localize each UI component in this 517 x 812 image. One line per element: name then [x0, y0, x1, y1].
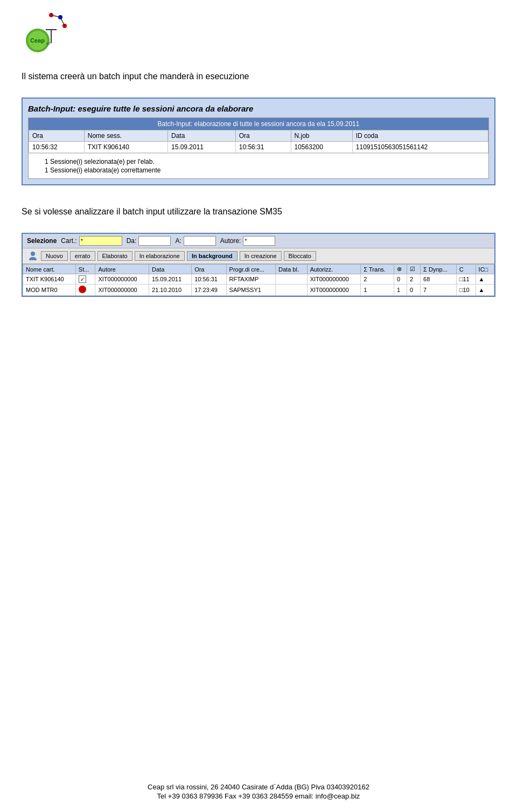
autore-field-group: Autore: — [220, 236, 276, 246]
da-field-group: Da: — [127, 236, 171, 246]
col-ora2: Ora — [235, 130, 291, 142]
th-trans: Σ Trans. — [361, 265, 394, 274]
svg-text:Ceap: Ceap — [30, 37, 45, 44]
svg-text:srl: srl — [46, 41, 51, 45]
status-check-icon: ✓ — [79, 275, 86, 283]
table-row: 10:56:32 TXIT K906140 15.09.2011 10:56:3… — [29, 142, 488, 153]
td-ora-1: 10:56:31 — [192, 274, 226, 284]
td-autorizz-1: XIT000000000 — [307, 274, 361, 284]
intro-text: Il sistema creerà un batch input che man… — [22, 72, 495, 81]
th-progr: Progr.di cre... — [226, 265, 276, 274]
btn-nuovo[interactable]: Nuovo — [41, 251, 68, 261]
td-check-2: 0 — [407, 284, 420, 296]
td-st-2 — [75, 284, 95, 296]
cell-data: 15.09.2011 — [167, 142, 235, 153]
td-datbl-2 — [276, 284, 308, 296]
selezione-label: Selezione — [27, 237, 57, 245]
cell-ora1: 10:56:32 — [29, 142, 85, 153]
batch-panel: Batch-Input: eseguire tutte le sessioni … — [22, 98, 495, 185]
svg-line-4 — [60, 17, 65, 26]
da-input[interactable] — [138, 236, 171, 246]
col-nome: Nome sess. — [84, 130, 167, 142]
th-dynp: Σ Dynp... — [421, 265, 457, 274]
sm35-selezione-bar: Selezione Cart.: Da: A: Autore: — [23, 234, 494, 248]
btn-elaborato[interactable]: Elaborato — [97, 251, 132, 261]
autore-input[interactable] — [243, 236, 275, 246]
a-input[interactable] — [184, 236, 216, 246]
cell-idcoda: 11091510563051561142 — [352, 142, 488, 153]
sm35-table: Nome cart. St... Autore Data Ora Progr.d… — [23, 264, 494, 296]
btn-bloccato[interactable]: Bloccato — [284, 251, 316, 261]
btn-errato[interactable]: errato — [70, 251, 95, 261]
section2-text: Se si volesse analizzare il batch input … — [22, 207, 495, 217]
cell-ora2: 10:56:31 — [235, 142, 291, 153]
btn-in-creazione[interactable]: In creazione — [240, 251, 282, 261]
ceap-logo: Ceap srl — [22, 11, 70, 54]
td-nome-1: TXIT K906140 — [23, 274, 76, 284]
footer-line1: Ceap srl via rossini, 26 24040 Casirate … — [0, 783, 517, 791]
cell-nome: TXIT K906140 — [84, 142, 167, 153]
th-data-bl: Data bl. — [276, 265, 308, 274]
da-label: Da: — [127, 237, 137, 245]
col-idcoda: ID coda — [352, 130, 488, 142]
batch-panel-title: Batch-Input: eseguire tutte le sessioni … — [28, 104, 489, 113]
cart-field-group: Cart.: — [61, 236, 122, 246]
th-st: St... — [75, 265, 95, 274]
th-data: Data — [149, 265, 192, 274]
th-nome-cart: Nome cart. — [23, 265, 76, 274]
td-st-1: ✓ — [75, 274, 95, 284]
cell-njob: 10563200 — [291, 142, 352, 153]
td-ora-2: 17:23:49 — [192, 284, 226, 296]
sm35-panel: Selezione Cart.: Da: A: Autore: — [22, 233, 495, 297]
btn-in-background[interactable]: In background — [187, 251, 237, 261]
td-progr-2: SAPMSSY1 — [226, 284, 276, 296]
batch-header-row: Batch-Input: elaborazione di tutte le se… — [29, 118, 488, 130]
td-trans-1: 2 — [361, 274, 394, 284]
sm35-table-wrapper: Nome cart. St... Autore Data Ora Progr.d… — [23, 264, 494, 296]
td-progr-1: RFTAXIMP — [226, 274, 276, 284]
td-data-2: 21.10.2010 — [149, 284, 192, 296]
cart-input[interactable] — [79, 236, 122, 246]
th-ic: IC□ — [476, 265, 494, 274]
a-label: A: — [175, 237, 181, 245]
footer: Ceap srl via rossini, 26 24040 Casirate … — [0, 782, 517, 801]
footer-line2: Tel +39 0363 879936 Fax +39 0363 284559 … — [0, 792, 517, 800]
table-row: MOD MTR0 XIT000000000 21.10.2010 17:23:4… — [23, 284, 494, 296]
batch-summary: 1 Sessione(i) selezionata(e) per l'elab.… — [29, 153, 488, 178]
sm35-toolbar: Nuovo errato Elaborato In elaborazione I… — [23, 248, 494, 264]
svg-point-11 — [31, 252, 35, 256]
btn-in-elaborazione[interactable]: In elaborazione — [135, 251, 185, 261]
logo-area: Ceap srl — [22, 11, 495, 55]
td-red-2: 1 — [394, 284, 407, 296]
td-autorizz-2: XIT000000000 — [307, 284, 361, 296]
status-red-icon — [79, 286, 86, 293]
th-c: C — [456, 265, 476, 274]
col-data: Data — [167, 130, 235, 142]
th-check: ☑ — [407, 265, 420, 274]
th-autore: Autore — [95, 265, 149, 274]
table-row: TXIT K906140 ✓ XIT000000000 15.09.2011 1… — [23, 274, 494, 284]
td-c-2: □10 — [456, 284, 476, 296]
td-nome-2: MOD MTR0 — [23, 284, 76, 296]
td-autore-1: XIT000000000 — [95, 274, 149, 284]
td-dynp-1: 68 — [421, 274, 457, 284]
td-trans-2: 1 — [361, 284, 394, 296]
summary-line-1: 1 Sessione(i) selezionata(e) per l'elab. — [34, 158, 483, 165]
th-ora: Ora — [192, 265, 226, 274]
td-red-1: 0 — [394, 274, 407, 284]
td-data-1: 15.09.2011 — [149, 274, 192, 284]
td-check-1: 2 — [407, 274, 420, 284]
cart-label: Cart.: — [61, 237, 76, 245]
a-field-group: A: — [175, 236, 215, 246]
td-datbl-1 — [276, 274, 308, 284]
autore-label: Autore: — [220, 237, 241, 245]
batch-table: Ora Nome sess. Data Ora N.job ID coda 10… — [29, 130, 488, 153]
td-autore-2: XIT000000000 — [95, 284, 149, 296]
col-ora1: Ora — [29, 130, 85, 142]
td-dynp-2: 7 — [421, 284, 457, 296]
th-autorizz: Autorizz. — [307, 265, 361, 274]
summary-line-2: 1 Sessione(i) elaborata(e) correttamente — [34, 166, 483, 174]
td-c-1: □11 — [456, 274, 476, 284]
col-njob: N.job — [291, 130, 352, 142]
batch-inner: Batch-Input: elaborazione di tutte le se… — [28, 117, 489, 179]
